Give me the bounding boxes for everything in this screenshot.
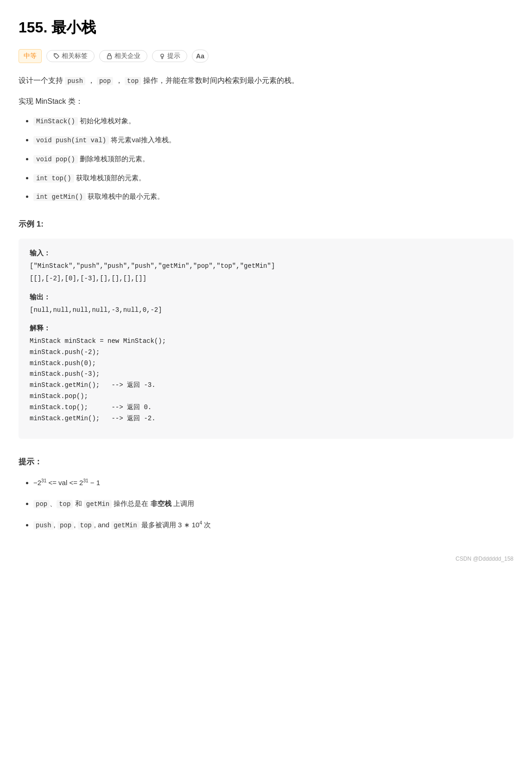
hint-item-1: −231 <= val <= 231 − 1 (33, 476, 513, 489)
list-item: int getMin() 获取堆栈中的最小元素。 (33, 190, 513, 203)
bulb-icon (159, 53, 165, 59)
footer-credit: CSDN @Ddddddd_158 (19, 554, 513, 563)
problem-description: 设计一个支持 push ， pop ， top 操作，并能在常数时间内检索到最小… (19, 74, 513, 88)
font-icon: Aa (196, 52, 204, 60)
hints-button[interactable]: 提示 (152, 50, 187, 62)
output-label: 输出： (30, 291, 502, 303)
svg-point-0 (55, 54, 56, 55)
method-desc: 获取堆栈中的最小元素。 (88, 192, 164, 200)
input-line2: [[],[-2],[0],[-3],[],[],[],[]] (30, 273, 502, 285)
example-title: 示例 1: (19, 218, 513, 231)
implement-intro: 实现 MinStack 类： (19, 95, 513, 107)
method-desc: 将元素val推入堆栈。 (111, 136, 175, 144)
lock-icon (106, 53, 113, 59)
method-code: int top() (33, 174, 74, 183)
methods-list: MinStack() 初始化堆栈对象。 void push(int val) 将… (19, 115, 513, 203)
related-companies-button[interactable]: 相关企业 (99, 50, 147, 62)
related-companies-label: 相关企业 (114, 52, 140, 60)
hints-list: −231 <= val <= 231 − 1 pop、top 和 getMin … (19, 476, 513, 531)
svg-rect-1 (108, 56, 112, 59)
related-tags-button[interactable]: 相关标签 (46, 50, 95, 62)
list-item: int top() 获取堆栈顶部的元素。 (33, 172, 513, 184)
tag-icon (53, 53, 60, 59)
method-desc: 删除堆栈顶部的元素。 (80, 155, 149, 163)
list-item: void pop() 删除堆栈顶部的元素。 (33, 153, 513, 165)
example-section: 示例 1: 输入： ["MinStack","push","push","pus… (19, 218, 513, 439)
method-desc: 获取堆栈顶部的元素。 (76, 174, 146, 182)
explain-code: MinStack minStack = new MinStack(); minS… (30, 336, 502, 424)
method-code: void pop() (33, 155, 78, 164)
output-value: [null,null,null,null,-3,null,0,-2] (30, 305, 502, 316)
hint-item-2: pop、top 和 getMin 操作总是在 非空栈 上调用 (33, 497, 513, 510)
example-box: 输入： ["MinStack","push","push","push","ge… (19, 239, 513, 439)
hints-section: 提示： −231 <= val <= 231 − 1 pop、top 和 get… (19, 455, 513, 531)
input-label: 输入： (30, 247, 502, 259)
tags-row: 中等 相关标签 相关企业 提示 Aa (19, 49, 513, 63)
list-item: void push(int val) 将元素val推入堆栈。 (33, 134, 513, 146)
method-code: int getMin() (33, 193, 86, 201)
method-code: MinStack() (33, 117, 78, 126)
list-item: MinStack() 初始化堆栈对象。 (33, 115, 513, 127)
related-tags-label: 相关标签 (62, 52, 88, 60)
method-code: void push(int val) (33, 136, 109, 145)
hints-title: 提示： (19, 455, 513, 469)
font-size-button[interactable]: Aa (192, 50, 209, 63)
hints-label: 提示 (167, 52, 180, 60)
hint-item-3: push, pop, top, and getMin 最多被调用 3 ∗ 104… (33, 518, 513, 531)
method-desc: 初始化堆栈对象。 (80, 117, 135, 125)
explain-label: 解释： (30, 322, 502, 334)
difficulty-tag[interactable]: 中等 (19, 49, 42, 63)
page-title: 155. 最小栈 (19, 15, 513, 40)
input-line1: ["MinStack","push","push","push","getMin… (30, 261, 502, 272)
